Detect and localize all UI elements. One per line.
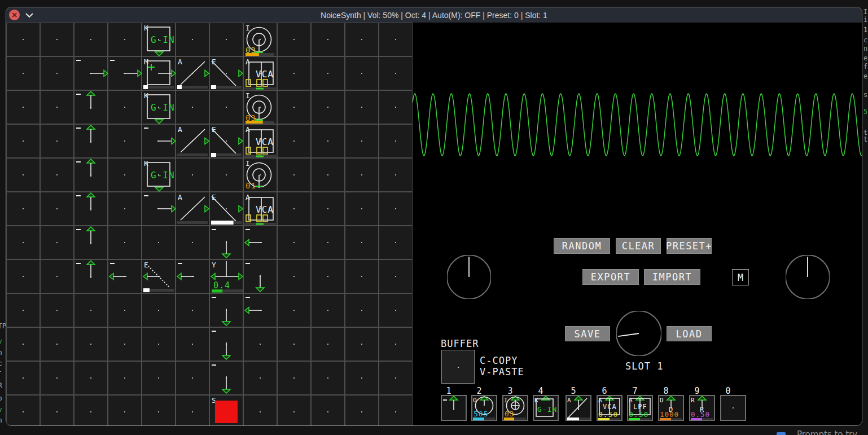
svg-text:K: K (534, 397, 539, 404)
export-button[interactable]: EXPORT (582, 269, 639, 285)
knob-left[interactable] (447, 255, 491, 299)
palette-slot-5[interactable]: A (565, 395, 591, 421)
svg-text:O: O (473, 397, 477, 404)
palette-slot-8[interactable]: DD1000 (658, 395, 684, 421)
palette-slot-6[interactable]: AVCA0.50 (597, 395, 622, 421)
save-button[interactable]: SAVE (565, 326, 610, 341)
clear-button[interactable]: CLEAR (616, 238, 661, 254)
control-panel: RANDOM CLEAR PRESET+ EXPORT IMPORT M SAV… (413, 23, 862, 425)
grid-module-vca: AVCA (244, 125, 276, 157)
svg-text:Y: Y (212, 261, 217, 269)
palette-slot-4[interactable]: KG-IN (533, 395, 559, 421)
grid-module-vca: AVCA (244, 58, 276, 90)
svg-text:VCA: VCA (256, 137, 274, 147)
grid-module-vca: AVCA (244, 193, 276, 225)
buffer-label: BUFFER (441, 338, 479, 349)
svg-text:I: I (246, 91, 251, 100)
buffer-box[interactable] (441, 350, 475, 384)
svg-text:R: R (691, 397, 695, 404)
palette-slot-3[interactable]: I03 (502, 395, 528, 421)
svg-text:D: D (660, 397, 664, 404)
mono-toggle[interactable]: M (732, 269, 749, 285)
knob-slot[interactable] (616, 311, 661, 356)
titlebar: × NoiceSynth | Vol: 50% | Oct: 4 | Auto(… (6, 7, 862, 23)
svg-text:I: I (246, 24, 251, 32)
svg-text:505: 505 (474, 410, 488, 418)
svg-text:G-IN: G-IN (151, 34, 175, 45)
svg-text:I: I (504, 397, 508, 404)
copy-hint: C-COPY (480, 355, 518, 366)
palette-slot-1[interactable] (441, 395, 467, 421)
preset-button[interactable]: PRESET+ (667, 238, 712, 254)
browser-icon (777, 432, 786, 435)
svg-text:A: A (178, 58, 183, 66)
svg-text:0.50: 0.50 (598, 410, 618, 419)
svg-text:G-IN: G-IN (537, 405, 557, 414)
oscilloscope-waveform (413, 23, 862, 237)
palette-slot-2[interactable]: O505 (471, 395, 497, 421)
app-window: × NoiceSynth | Vol: 50% | Oct: 4 | Auto(… (6, 7, 862, 426)
knob-right[interactable] (786, 255, 830, 299)
paste-hint: V-PASTE (480, 366, 524, 377)
svg-text:A: A (598, 397, 603, 404)
svg-text:M: M (144, 58, 149, 66)
svg-text:VCA: VCA (256, 69, 274, 80)
slot-label: SLOT 1 (625, 361, 663, 372)
prompts-to-try-text: Prompts to try (797, 429, 857, 435)
palette-slot-9[interactable]: RR0.50 (689, 395, 715, 421)
buffer-dot (458, 367, 459, 368)
svg-text:G-IN: G-IN (151, 102, 175, 113)
svg-text:0.50: 0.50 (691, 410, 710, 419)
desktop-background: TPvnc-Rovn Iio1cnefes5tt Prompts to try … (0, 0, 868, 435)
svg-text:VCA: VCA (603, 403, 617, 411)
svg-text:K: K (144, 24, 149, 32)
load-button[interactable]: LOAD (667, 326, 712, 341)
patch-grid[interactable]: KG-INI03MAEAVCAKG-INI03AEAVCAKG-INI01AEA… (6, 23, 413, 425)
svg-text:01: 01 (246, 181, 256, 190)
svg-text:K: K (144, 159, 149, 168)
svg-text:VCA: VCA (256, 204, 274, 215)
random-button[interactable]: RANDOM (554, 238, 610, 254)
svg-text:03: 03 (505, 410, 515, 418)
svg-text:A: A (178, 193, 183, 201)
svg-text:G-IN: G-IN (151, 170, 175, 181)
palette-slot-0[interactable] (720, 395, 746, 421)
svg-text:1000: 1000 (660, 410, 679, 419)
svg-text:A: A (629, 397, 633, 404)
palette-slot-7[interactable]: ALPF0.50 (627, 395, 653, 421)
svg-text:A: A (567, 397, 572, 404)
svg-text:A: A (178, 125, 183, 134)
svg-text:0.4: 0.4 (213, 280, 230, 291)
svg-text:LPF: LPF (633, 403, 647, 411)
import-button[interactable]: IMPORT (644, 269, 700, 285)
svg-text:I: I (246, 159, 251, 168)
window-title: NoiceSynth | Vol: 50% | Oct: 4 | Auto(M)… (6, 7, 862, 23)
svg-text:0.50: 0.50 (629, 410, 648, 419)
svg-text:K: K (144, 91, 149, 100)
